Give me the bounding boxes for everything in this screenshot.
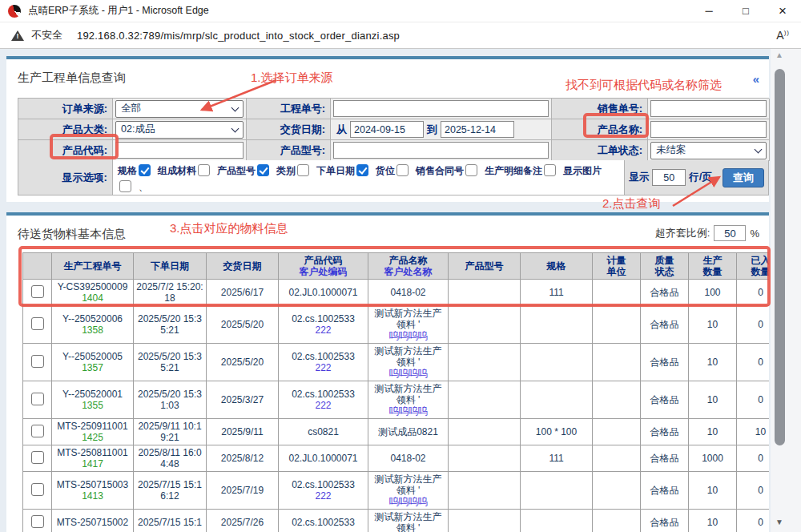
cell-quality: 合格品 bbox=[641, 510, 689, 532]
cell-spec: 111 bbox=[521, 280, 593, 306]
model-input[interactable] bbox=[333, 142, 549, 159]
ratio-input[interactable] bbox=[714, 225, 746, 241]
cell-order-date: 2025/9/11 10:19:21 bbox=[134, 419, 207, 445]
table-row[interactable]: Y-CS3925000091404 2025/7/2 15:20:18 2025… bbox=[23, 280, 770, 306]
materials-table: 生产工程单号 下单日期 交货日期 产品代码客户处编码 产品名称客户处名称 产品型… bbox=[22, 252, 769, 532]
status-select[interactable]: 未结案 bbox=[650, 142, 767, 159]
delivery-from-input[interactable] bbox=[350, 121, 424, 138]
collapse-icon[interactable]: « bbox=[753, 72, 759, 86]
option-checkbox-item[interactable]: 组成材料 bbox=[158, 164, 217, 176]
checkbox[interactable] bbox=[198, 164, 210, 176]
col-delivery-date: 交货日期 bbox=[207, 253, 279, 280]
to-label: 到 bbox=[427, 123, 437, 137]
status-label: 工单状态: bbox=[552, 140, 648, 161]
ratio-label: 超齐套比例: bbox=[655, 226, 710, 240]
pager-cell: 显示 行/页 查询 bbox=[625, 160, 769, 195]
sales-no-label: 销售单号: bbox=[552, 99, 648, 119]
row-checkbox[interactable] bbox=[31, 285, 44, 298]
project-no-input[interactable] bbox=[333, 100, 549, 117]
chevron-down-icon bbox=[231, 103, 239, 111]
page-size-input[interactable] bbox=[652, 169, 686, 186]
cell-product-name: 测试新方法生产领料 ' bbox=[368, 510, 449, 532]
option-checkbox-item[interactable]: 货位 bbox=[376, 164, 416, 176]
cell-product-code: cs0821 bbox=[279, 419, 368, 445]
query-panel: 生产工程单信息查询 « 订单来源: 全部 工程单号: 销售单号: 产品大类: 0… bbox=[6, 56, 769, 202]
options-line-1: 规格组成材料产品型号类别下单日期货位销售合同号生产明细备注显示图片、 bbox=[118, 164, 602, 192]
address-bar[interactable]: 不安全 192.168.0.32:789/mis/mrp/slc_product… bbox=[0, 22, 801, 49]
url-text[interactable]: 192.168.0.32:789/mis/mrp/slc_product_int… bbox=[77, 30, 400, 42]
chevron-down-icon bbox=[755, 145, 763, 153]
query-button[interactable]: 查询 bbox=[723, 168, 764, 187]
maximize-icon[interactable]: □ bbox=[727, 0, 764, 22]
checkbox[interactable] bbox=[396, 164, 409, 176]
option-checkbox-item[interactable]: 规格 bbox=[118, 164, 158, 176]
row-checkbox[interactable] bbox=[31, 425, 44, 437]
page-size-suffix: 行/页 bbox=[689, 171, 711, 184]
col-product-code: 产品代码客户处编码 bbox=[279, 253, 368, 280]
cell-prod-qty: 10 bbox=[689, 381, 737, 419]
cell-order-date: 2025/7/15 15:16:12 bbox=[134, 472, 207, 510]
cell-product-code: 02.cs.1002533222 bbox=[279, 381, 368, 419]
row-checkbox[interactable] bbox=[31, 317, 44, 330]
col-model: 产品型号 bbox=[449, 253, 521, 280]
row-checkbox[interactable] bbox=[31, 355, 44, 368]
row-checkbox[interactable] bbox=[31, 393, 44, 405]
option-checkbox-item[interactable]: 产品型号 bbox=[217, 164, 276, 176]
checkbox[interactable] bbox=[139, 164, 151, 176]
option-checkbox-item[interactable]: 生产明细备注 bbox=[485, 164, 563, 176]
checkbox[interactable] bbox=[297, 164, 309, 176]
scrollbar-track[interactable]: ▲ ▼ bbox=[771, 49, 801, 532]
col-order-date: 下单日期 bbox=[134, 253, 207, 280]
materials-panel-title: 待送货物料基本信息 bbox=[18, 227, 126, 242]
cell-model bbox=[449, 419, 521, 445]
table-row[interactable]: MTS-2509110011425 2025/9/11 10:19:21 202… bbox=[23, 419, 770, 445]
cell-order-date: 2025/8/11 16:04:48 bbox=[134, 445, 207, 472]
option-checkbox-item[interactable]: 下单日期 bbox=[316, 164, 376, 176]
minimize-icon[interactable]: ─ bbox=[690, 0, 727, 22]
scrollbar-down-icon[interactable]: ▼ bbox=[773, 518, 786, 526]
table-row[interactable]: MTS-250715002 2025/7/15 15:1 2025/7/26 0… bbox=[23, 510, 770, 532]
materials-panel: 待送货物料基本信息 超齐套比例: % 生产工程单号 下单日期 交货日期 产品代码… bbox=[6, 212, 769, 532]
product-name-input[interactable] bbox=[650, 121, 767, 138]
checkbox[interactable] bbox=[356, 164, 368, 176]
order-source-select[interactable]: 全部 bbox=[115, 100, 244, 118]
close-icon[interactable]: × bbox=[764, 0, 801, 22]
table-row[interactable]: MTS-2508110011417 2025/8/11 16:04:48 202… bbox=[23, 445, 770, 472]
col-quality: 质量状态 bbox=[641, 253, 689, 280]
sales-no-input[interactable] bbox=[650, 100, 767, 117]
cell-select bbox=[23, 419, 52, 445]
cell-unit bbox=[593, 280, 641, 306]
cell-order-no: MTS-2507150031413 bbox=[52, 472, 134, 510]
cell-order-no: Y--2505200051357 bbox=[52, 344, 134, 381]
checkbox[interactable] bbox=[544, 164, 556, 176]
chevron-down-icon bbox=[231, 124, 239, 132]
cell-select bbox=[23, 280, 52, 306]
row-checkbox[interactable] bbox=[31, 451, 44, 464]
cell-unit bbox=[593, 381, 641, 419]
read-aloud-icon[interactable]: A bbox=[776, 29, 790, 42]
scrollbar-up-icon[interactable]: ▲ bbox=[773, 50, 786, 59]
cell-unit bbox=[593, 344, 641, 381]
cell-quality: 合格品 bbox=[641, 445, 689, 472]
product-code-input[interactable] bbox=[115, 142, 244, 159]
row-checkbox[interactable] bbox=[31, 483, 44, 496]
category-select[interactable]: 02:成品 bbox=[115, 121, 244, 139]
table-row[interactable]: MTS-2507150031413 2025/7/15 15:16:12 202… bbox=[23, 472, 770, 510]
table-row[interactable]: Y--2505200061358 2025/5/20 15:35:21 2025… bbox=[23, 306, 770, 344]
checkbox[interactable] bbox=[257, 164, 269, 176]
option-checkbox-item[interactable]: 销售合同号 bbox=[416, 164, 485, 176]
cell-quality: 合格品 bbox=[641, 344, 689, 381]
cell-delivery-date: 2025/8/12 bbox=[207, 445, 279, 472]
table-row[interactable]: Y--2505200051357 2025/5/20 15:35:21 2025… bbox=[23, 344, 770, 381]
row-checkbox[interactable] bbox=[31, 515, 44, 528]
delivery-to-input[interactable] bbox=[441, 121, 514, 138]
checkbox[interactable] bbox=[465, 164, 477, 176]
col-product-name: 产品名称客户处名称 bbox=[368, 253, 449, 280]
checkbox[interactable] bbox=[119, 180, 131, 192]
cell-order-date: 2025/7/2 15:20:18 bbox=[134, 280, 207, 306]
option-checkbox-item[interactable]: 类别 bbox=[276, 164, 316, 176]
cell-order-no: MTS-2509110011425 bbox=[52, 419, 134, 445]
scrollbar-thumb[interactable] bbox=[775, 69, 785, 445]
cell-unit bbox=[593, 445, 641, 472]
table-row[interactable]: Y--2505200011355 2025/5/20 15:31:03 2025… bbox=[23, 381, 770, 419]
